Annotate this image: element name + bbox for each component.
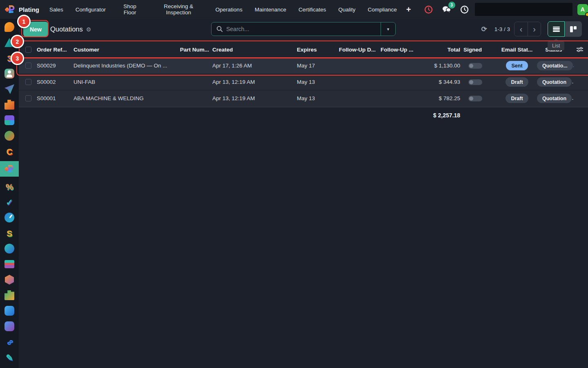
- activities-icon[interactable]: [424, 5, 433, 14]
- column-header-total[interactable]: Total: [425, 47, 463, 53]
- refresh-icon[interactable]: ⟳: [481, 25, 487, 34]
- table-header-row: Order Ref...CustomerPart Num...CreatedEx…: [19, 41, 588, 58]
- messages-icon[interactable]: 3: [442, 5, 451, 14]
- app-icon-number-3[interactable]: 3: [0, 52, 19, 64]
- app-icon-contacts[interactable]: [0, 68, 19, 79]
- search-dropdown-toggle[interactable]: ▾: [381, 22, 395, 36]
- cell-expires: May 17: [297, 63, 339, 69]
- cell-signed: [463, 96, 500, 101]
- app-icon-letter-c[interactable]: C: [0, 146, 19, 157]
- email-status-badge: Draft: [506, 94, 528, 103]
- quotation-row-S00001[interactable]: S00001ABA MACHINE & WELDINGApr 13, 12:19…: [19, 90, 588, 107]
- user-avatar[interactable]: A: [577, 4, 588, 15]
- app-icon-compass[interactable]: [0, 212, 19, 223]
- row-checkbox[interactable]: [25, 79, 31, 85]
- sliders-icon: [577, 47, 583, 52]
- column-header-followup[interactable]: Follow-Up ...: [381, 47, 425, 53]
- pager-buttons: ‹ ›: [514, 22, 541, 36]
- menu-maintenance[interactable]: Maintenance: [251, 4, 290, 15]
- plating-logo-icon: [5, 4, 16, 15]
- select-all-checkbox[interactable]: [25, 47, 31, 53]
- menu-configurator[interactable]: Configurator: [71, 4, 110, 15]
- app-icon-percent[interactable]: %: [0, 181, 19, 192]
- cell-order-ref: S00029: [37, 63, 74, 69]
- page-title: Quotations: [50, 25, 83, 33]
- signed-toggle[interactable]: [468, 96, 482, 101]
- row-checkbox[interactable]: [25, 95, 31, 101]
- status-badge: Quotation: [537, 94, 572, 103]
- column-header-signed[interactable]: Signed: [463, 47, 500, 53]
- app-icon-flag-bars[interactable]: [0, 289, 19, 301]
- app-icon-signature[interactable]: ✎: [0, 352, 19, 363]
- user-status-dot: [585, 12, 588, 17]
- column-header-followup-date[interactable]: Follow-Up D...: [339, 47, 381, 53]
- column-header-expires[interactable]: Expires: [297, 47, 339, 53]
- cell-signed: [463, 63, 500, 69]
- clock-icon[interactable]: [460, 5, 469, 14]
- systray: 3: [424, 5, 469, 14]
- cell-customer: ABA MACHINE & WELDING: [74, 95, 176, 101]
- table-footer-row: $ 2,257.18: [19, 107, 588, 123]
- cell-expires: May 13: [297, 79, 339, 85]
- list-view-button[interactable]: [548, 21, 565, 37]
- app-icon-hexagon[interactable]: [0, 274, 19, 285]
- kanban-view-button[interactable]: [565, 21, 582, 37]
- quotation-row-S00029[interactable]: S00029Delinquent Industries (DEMO — On .…: [19, 58, 588, 74]
- column-options-button[interactable]: [574, 47, 588, 52]
- pager-next-button[interactable]: ›: [528, 22, 541, 36]
- email-status-badge: Draft: [506, 77, 528, 87]
- kanban-view-icon: [570, 26, 577, 32]
- app-icon-square-magnifier[interactable]: [0, 321, 19, 332]
- app-icon-orange-drop[interactable]: [0, 21, 19, 33]
- cell-signed: [463, 79, 500, 85]
- cell-email-status: Draft: [500, 94, 537, 103]
- pager-previous-button[interactable]: ‹: [514, 22, 528, 36]
- row-checkbox[interactable]: [25, 63, 31, 69]
- app-icon-chain-link[interactable]: ∞: [0, 336, 19, 348]
- app-icon-bar-chart[interactable]: [0, 99, 19, 110]
- pager-range: 1-3 / 3: [494, 26, 510, 32]
- column-header-order-ref[interactable]: Order Ref...: [37, 47, 74, 53]
- cell-email-status: Sent: [500, 61, 537, 70]
- new-button[interactable]: New: [23, 22, 48, 37]
- control-bar: New Quotations ⚙ ▾ ⟳ 1-3 / 3 ‹ ›: [19, 19, 588, 41]
- signed-toggle[interactable]: [468, 63, 482, 69]
- app-brand[interactable]: Plating: [0, 4, 43, 15]
- view-switcher: [548, 21, 582, 37]
- column-header-part-number[interactable]: Part Num...: [176, 47, 212, 53]
- topbar-menus: SalesConfiguratorShop FloorReceiving & I…: [43, 1, 403, 18]
- cell-total: $ 1,130.00: [425, 63, 463, 69]
- app-icon-check[interactable]: ✓: [0, 196, 19, 208]
- menu-sales[interactable]: Sales: [45, 4, 67, 15]
- cell-created: Apr 13, 12:19 AM: [212, 79, 297, 85]
- app-icon-blocks[interactable]: [0, 114, 19, 126]
- menu-receiving-inspection[interactable]: Receiving & Inspection: [150, 1, 207, 18]
- app-icon-send-arrow[interactable]: [0, 83, 19, 95]
- quotation-row-S00002[interactable]: S00002UNI-FABApr 13, 12:19 AMMay 13$ 344…: [19, 74, 588, 90]
- menu-shop-floor[interactable]: Shop Floor: [114, 1, 146, 18]
- menu-certificates[interactable]: Certificates: [294, 4, 330, 15]
- add-menu-button[interactable]: +: [403, 5, 414, 13]
- column-header-created[interactable]: Created: [212, 47, 297, 53]
- messages-count-badge: 3: [448, 2, 455, 9]
- search-bar[interactable]: ▾: [211, 22, 396, 36]
- app-icon-teal-triangle[interactable]: [0, 37, 19, 48]
- app-icon-sphere[interactable]: [0, 243, 19, 254]
- app-icon-globe[interactable]: [0, 130, 19, 141]
- column-header-customer[interactable]: Customer: [74, 47, 176, 53]
- app-icon-laptop[interactable]: [0, 305, 19, 316]
- app-dock-sidebar: 3C %✓S∞✎: [0, 19, 19, 368]
- column-header-email-status[interactable]: Email Stat...: [500, 47, 537, 53]
- view-settings-gear-icon[interactable]: ⚙: [86, 26, 91, 33]
- search-input[interactable]: [223, 26, 381, 32]
- app-icon-plating-active[interactable]: [0, 161, 19, 177]
- status-badge: Quotatio...: [537, 61, 573, 70]
- email-status-badge: Sent: [506, 61, 528, 70]
- menu-compliance[interactable]: Compliance: [364, 4, 401, 15]
- app-icon-stripes-flag[interactable]: [0, 258, 19, 270]
- cell-customer: Delinquent Industries (DEMO — On ...: [74, 63, 176, 69]
- menu-operations[interactable]: Operations: [212, 4, 247, 15]
- signed-toggle[interactable]: [468, 79, 482, 85]
- app-icon-letter-s[interactable]: S: [0, 227, 19, 239]
- menu-quality[interactable]: Quality: [334, 4, 359, 15]
